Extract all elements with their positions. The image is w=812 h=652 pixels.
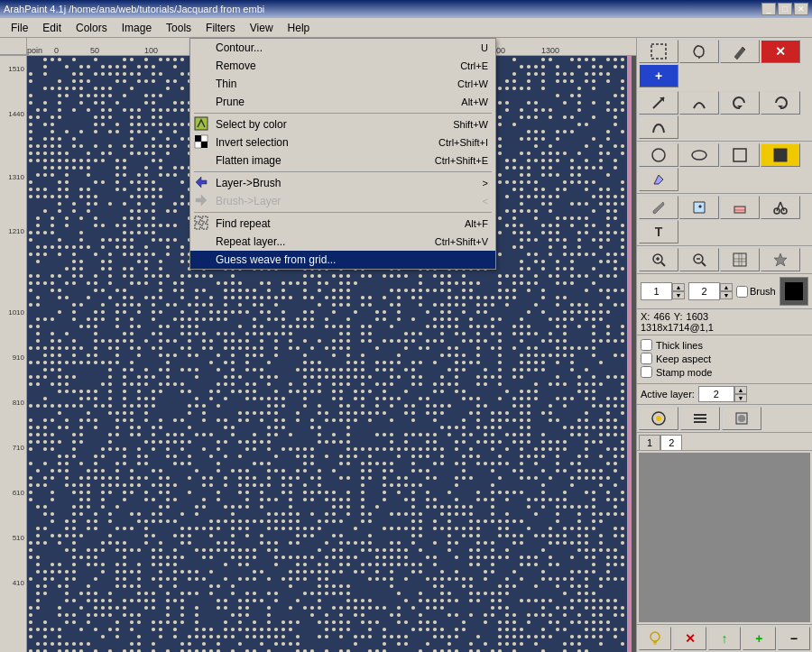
menu-help[interactable]: Help <box>281 20 318 36</box>
bottom-add-btn[interactable]: + <box>743 627 775 650</box>
brush-label: Brush <box>750 286 776 297</box>
tool-curve[interactable] <box>679 91 719 115</box>
image-size: 1318x1714@1,1 <box>641 322 808 333</box>
tool-grid[interactable] <box>720 248 760 271</box>
menu-select-by-color[interactable]: Select by color Shift+W <box>190 115 495 133</box>
svg-rect-20 <box>774 149 787 161</box>
tool-zoom-in[interactable] <box>639 248 678 271</box>
svg-rect-9 <box>195 224 200 229</box>
menu-edit[interactable]: Edit <box>35 20 69 36</box>
keep-aspect-label: Keep aspect <box>656 354 711 364</box>
bottom-delete-btn[interactable]: ✕ <box>673 627 706 650</box>
menu-thin[interactable]: Thin Ctrl+W <box>190 75 495 93</box>
y-label: Y: <box>674 311 683 322</box>
tool-select[interactable] <box>639 40 678 63</box>
menu-guess-weave[interactable]: Guess weave from grid... <box>190 251 495 269</box>
menu-colors[interactable]: Colors <box>69 20 115 36</box>
brush-size-2-up[interactable]: ▲ <box>720 283 733 291</box>
tool-lasso[interactable] <box>679 40 719 63</box>
menu-view[interactable]: View <box>243 20 281 36</box>
svg-rect-11 <box>651 44 666 59</box>
tool-pencil[interactable] <box>720 40 760 63</box>
menu-file[interactable]: File <box>4 20 35 36</box>
active-layer-label: Active layer: <box>641 389 695 399</box>
menu-remove[interactable]: Remove Ctrl+E <box>190 57 495 75</box>
tool-rotate-right[interactable] <box>761 91 800 115</box>
active-layer-down[interactable]: ▼ <box>734 394 747 402</box>
keep-aspect-checkbox[interactable] <box>641 353 652 364</box>
minimize-button[interactable]: _ <box>761 3 776 15</box>
svg-point-40 <box>656 416 661 421</box>
tool-text[interactable]: T <box>639 220 678 243</box>
coords-row: X: 466 Y: 1603 <box>641 311 808 322</box>
tool-rect[interactable] <box>720 143 760 167</box>
tool-pencil2[interactable] <box>639 196 678 219</box>
brush-size-1-down[interactable]: ▼ <box>672 291 685 299</box>
brush-size-2-input[interactable]: 2 <box>688 282 720 300</box>
svg-rect-8 <box>202 216 208 222</box>
menu-invert-selection[interactable]: Invert selection Ctrl+Shift+I <box>190 133 495 152</box>
brush-checkbox[interactable] <box>736 286 748 298</box>
active-layer-input[interactable]: 2 <box>698 386 734 402</box>
menu-flatten-image[interactable]: Flatten image Ctrl+Shift+E <box>190 152 495 170</box>
layer-icon-2[interactable] <box>680 407 720 430</box>
stamp-mode-checkbox[interactable] <box>641 366 652 378</box>
menu-contour[interactable]: Contour... U <box>190 39 495 57</box>
tool-ellipse[interactable] <box>679 143 719 167</box>
menu-layer-to-brush[interactable]: Layer->Brush > <box>190 174 495 192</box>
title-text: ArahPaint 4.1j /home/ana/web/tutorials/J… <box>4 4 264 14</box>
close-button[interactable]: ✕ <box>794 3 808 15</box>
ruler-v-1440: 1440 <box>8 110 24 118</box>
bottom-up-btn[interactable]: ↑ <box>708 627 741 650</box>
tool-cut[interactable] <box>761 196 800 219</box>
brush-square <box>785 282 803 300</box>
layer-toolbar <box>637 405 812 433</box>
ruler-v-1310: 1310 <box>8 173 24 181</box>
menu-filters[interactable]: Filters <box>198 20 243 36</box>
tool-fill[interactable] <box>679 196 719 219</box>
x-label: X: <box>641 311 650 322</box>
tool-circle[interactable] <box>639 143 678 167</box>
brush-size-2-down[interactable]: ▼ <box>720 291 733 299</box>
ruler-mark-0: 0 <box>54 46 59 55</box>
menu-tools[interactable]: Tools <box>159 20 198 36</box>
active-layer-up[interactable]: ▲ <box>734 386 747 394</box>
tool-delete-x[interactable]: ✕ <box>761 40 800 63</box>
tool-special[interactable] <box>761 248 800 271</box>
svg-rect-34 <box>734 253 746 266</box>
svg-line-28 <box>661 262 665 266</box>
tools-dropdown-menu: Contour... U Remove Ctrl+E Thin Ctrl+W P… <box>189 38 496 270</box>
tool-rotate-left[interactable] <box>720 91 760 115</box>
tool-cross[interactable]: + <box>639 64 678 87</box>
tool-bezier[interactable] <box>639 115 678 139</box>
active-layer-area: Active layer: 2 ▲ ▼ <box>637 384 812 405</box>
ruler-v-710: 710 <box>13 444 24 452</box>
bottom-minus-btn[interactable]: − <box>778 627 810 650</box>
tool-fill-rect[interactable] <box>761 143 800 167</box>
tool-arrow[interactable] <box>639 91 678 115</box>
layer-tab-1[interactable]: 1 <box>639 435 660 450</box>
maximize-button[interactable]: □ <box>778 3 792 15</box>
tool-pen[interactable] <box>639 168 678 191</box>
bottom-bulb-btn[interactable] <box>639 627 671 650</box>
layer-icon-3[interactable] <box>722 407 761 430</box>
menu-prune[interactable]: Prune Alt+W <box>190 93 495 111</box>
menu-repeat-layer[interactable]: Repeat layer... Ctrl+Shift+V <box>190 233 495 251</box>
layer-icon-1[interactable] <box>639 407 678 430</box>
tool-eraser[interactable] <box>720 196 760 219</box>
tool-row-5 <box>637 246 812 274</box>
active-layer-input-group: 2 ▲ ▼ <box>698 386 747 402</box>
layer-tab-2[interactable]: 2 <box>660 435 682 450</box>
right-toolbar: ✕ + <box>636 38 812 652</box>
svg-rect-1 <box>195 135 201 142</box>
ruler-v-610: 610 <box>13 489 24 497</box>
brush-size-1-input[interactable]: 1 <box>641 282 672 300</box>
stamp-mode-label: Stamp mode <box>656 367 712 378</box>
layer-brush-icon <box>194 175 210 192</box>
menu-brush-to-layer: Brush->Layer < <box>190 192 495 210</box>
tool-zoom-out[interactable] <box>679 248 719 271</box>
menu-find-repeat[interactable]: Find repeat Alt+F <box>190 215 495 233</box>
thick-lines-checkbox[interactable] <box>641 339 652 351</box>
brush-size-1-up[interactable]: ▲ <box>672 283 685 291</box>
menu-image[interactable]: Image <box>115 20 159 36</box>
